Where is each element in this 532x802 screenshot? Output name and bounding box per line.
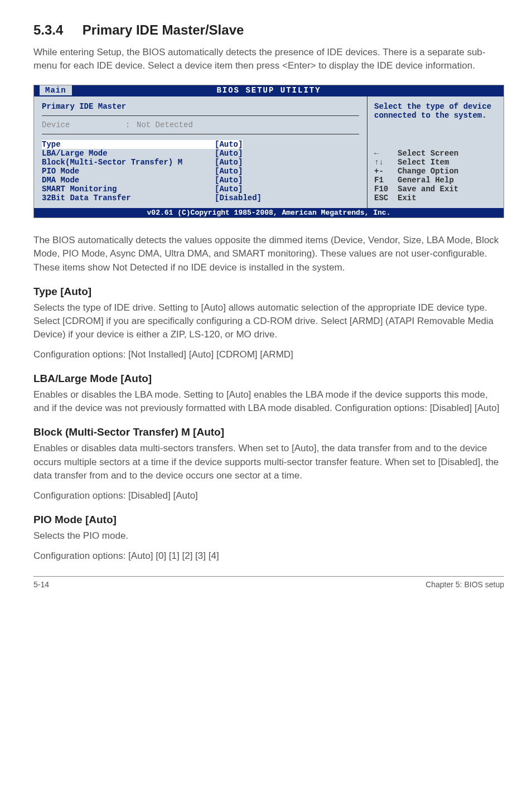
bios-help-key: ESC — [374, 194, 398, 202]
bios-screenshot: Main BIOS SETUP UTILITY Primary IDE Mast… — [33, 85, 504, 218]
bios-help-keys: ←Select Screen↑↓Select Item+-Change Opti… — [374, 149, 497, 202]
bios-help-line: +-Change Option — [374, 167, 497, 176]
bios-left-panel: Primary IDE Master Device : Not Detected… — [34, 96, 367, 208]
subsection-paragraph: Enables or disables data multi-sectors t… — [33, 442, 504, 482]
bios-help-desc: Select Item — [398, 158, 449, 167]
bios-option-row[interactable]: DMA Mode[Auto] — [42, 176, 359, 185]
bios-option-label: PIO Mode — [42, 167, 215, 176]
bios-help-desc: Select Screen — [398, 149, 458, 158]
bios-option-value: [Auto] — [215, 185, 243, 194]
bios-titlebar: Main BIOS SETUP UTILITY — [34, 85, 504, 96]
bios-help-desc: Exit — [398, 194, 417, 202]
bios-option-row[interactable]: Block(Multi-Sector Transfer) M[Auto] — [42, 158, 359, 167]
after-bios-paragraph: The BIOS automatically detects the value… — [33, 234, 504, 274]
subsection-heading: PIO Mode [Auto] — [33, 514, 504, 526]
bios-help-key: ↑↓ — [374, 158, 398, 167]
bios-option-value: [Auto] — [215, 158, 243, 167]
bios-option-label: SMART Monitoring — [42, 185, 215, 194]
bios-device-sep: : — [125, 120, 137, 129]
bios-help-key: F1 — [374, 176, 398, 185]
bios-help-desc: Save and Exit — [398, 185, 458, 194]
bios-help-line: ESCExit — [374, 194, 497, 202]
bios-option-value: [Auto] — [215, 167, 243, 176]
bios-right-panel: Select the type of device connected to t… — [367, 96, 504, 208]
section-intro: While entering Setup, the BIOS automatic… — [33, 46, 504, 73]
bios-help-line: ↑↓Select Item — [374, 158, 497, 167]
bios-device-label: Device — [42, 120, 125, 129]
bios-help-key: ← — [374, 149, 398, 158]
bios-device-value: Not Detected — [137, 120, 193, 129]
subsection-heading: Block (Multi-Sector Transfer) M [Auto] — [33, 426, 504, 438]
bios-option-label: Type — [42, 140, 215, 149]
subsection-heading: Type [Auto] — [33, 286, 504, 298]
section-title: Primary IDE Master/Slave — [83, 22, 244, 38]
bios-option-value: [Auto] — [215, 149, 243, 158]
bios-option-row[interactable]: PIO Mode[Auto] — [42, 167, 359, 176]
bios-option-label: Block(Multi-Sector Transfer) M — [42, 158, 215, 167]
bios-help-desc: Change Option — [398, 167, 458, 176]
bios-option-value: [Auto] — [215, 140, 243, 149]
bios-help-key: F10 — [374, 185, 398, 194]
subsection-paragraph: Configuration options: [Disabled] [Auto] — [33, 489, 504, 503]
bios-option-value: [Auto] — [215, 176, 243, 185]
subsection-paragraph: Selects the type of IDE drive. Setting t… — [33, 301, 504, 341]
section-number: 5.3.4 — [33, 22, 63, 38]
bios-option-row[interactable]: LBA/Large Mode[Auto] — [42, 149, 359, 158]
bios-help-desc: General Help — [398, 176, 454, 185]
bios-tab-main[interactable]: Main — [40, 85, 72, 95]
bios-option-label: LBA/Large Mode — [42, 149, 215, 158]
subsection-heading: LBA/Large Mode [Auto] — [33, 373, 504, 385]
subsection-paragraph: Enables or disables the LBA mode. Settin… — [33, 388, 504, 415]
bios-option-row[interactable]: SMART Monitoring[Auto] — [42, 185, 359, 194]
page-footer: 5-14 Chapter 5: BIOS setup — [33, 576, 504, 589]
bios-help-line: F10Save and Exit — [374, 185, 497, 194]
subsection-paragraph: Configuration options: [Not Installed] [… — [33, 348, 504, 361]
bios-help-key: +- — [374, 167, 398, 176]
section-heading: 5.3.4 Primary IDE Master/Slave — [33, 22, 504, 38]
bios-device-row: Device : Not Detected — [42, 120, 359, 134]
bios-help-line: ←Select Screen — [374, 149, 497, 158]
page-number: 5-14 — [33, 580, 49, 589]
bios-option-row[interactable]: Type[Auto] — [42, 140, 359, 149]
bios-help-text: Select the type of device connected to t… — [374, 102, 497, 120]
bios-option-label: DMA Mode — [42, 176, 215, 185]
bios-option-label: 32Bit Data Transfer — [42, 194, 215, 202]
bios-help-line: F1General Help — [374, 176, 497, 185]
subsection-paragraph: Configuration options: [Auto] [0] [1] [2… — [33, 549, 504, 563]
bios-footer: v02.61 (C)Copyright 1985-2008, American … — [34, 208, 504, 218]
bios-option-value: [Disabled] — [215, 194, 262, 202]
bios-panel-header: Primary IDE Master — [42, 102, 359, 116]
chapter-label: Chapter 5: BIOS setup — [425, 580, 504, 589]
bios-option-row[interactable]: 32Bit Data Transfer[Disabled] — [42, 194, 359, 202]
subsection-paragraph: Selects the PIO mode. — [33, 529, 504, 543]
bios-title: BIOS SETUP UTILITY — [216, 86, 321, 95]
